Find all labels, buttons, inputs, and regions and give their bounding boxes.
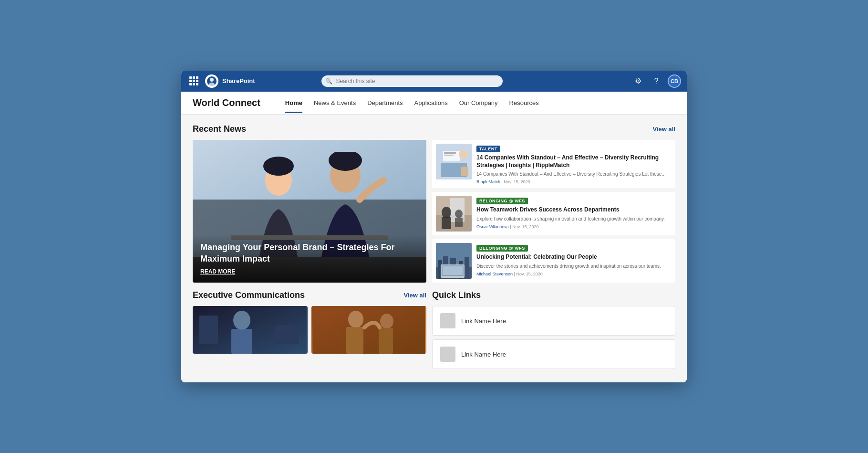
bottom-grid: Executive Communications View all: [193, 290, 675, 373]
quick-link-label-0: Link Name Here: [461, 317, 506, 325]
svg-rect-29: [465, 257, 469, 279]
news-card-0[interactable]: TALENT 14 Companies With Standout – And …: [432, 140, 675, 188]
news-tag-2: BELONGING @ WFS: [476, 245, 528, 252]
news-card-author-2[interactable]: Michael Stevenson: [476, 272, 513, 276]
news-image-unlock: [436, 243, 472, 279]
news-card-meta-2: Michael Stevenson | Nov. 15, 2020: [476, 272, 672, 276]
user-avatar[interactable]: CB: [668, 74, 681, 88]
news-card-excerpt-0: 14 Companies With Standout – And Effecti…: [476, 171, 672, 178]
side-news-list: TALENT 14 Companies With Standout – And …: [432, 140, 675, 283]
svg-rect-32: [443, 266, 463, 275]
nav-link-applications[interactable]: Applications: [409, 93, 454, 113]
nav-link-home[interactable]: Home: [279, 93, 308, 113]
exec-images: [193, 306, 426, 354]
nav-link-resources[interactable]: Resources: [504, 93, 545, 113]
quick-link-icon-0: [440, 313, 455, 328]
news-card-image-2: [436, 243, 472, 279]
svg-rect-13: [444, 155, 454, 156]
quick-link-item-1[interactable]: Link Name Here: [432, 339, 675, 369]
hero-title: Managing Your Personal Brand – Strategie…: [200, 242, 419, 264]
quick-links-header: Quick Links: [432, 290, 675, 300]
recent-news-view-all[interactable]: View all: [653, 126, 675, 133]
news-tag-0: TALENT: [476, 146, 500, 152]
nav-links: Home News & Events Departments Applicati…: [279, 93, 545, 113]
news-card-content-0: TALENT 14 Companies With Standout – And …: [476, 144, 672, 184]
news-card-meta-1: Oscar Villanueva | Nov. 15, 2020: [476, 224, 672, 229]
help-icon[interactable]: ?: [650, 74, 663, 88]
news-card-excerpt-2: Discover the stories and achievements dr…: [476, 263, 672, 270]
nav-item-apps[interactable]: Applications: [409, 93, 454, 113]
svg-rect-22: [455, 218, 463, 227]
top-bar-actions: ⚙ ? CB: [631, 74, 681, 88]
hero-read-more[interactable]: READ MORE: [200, 268, 419, 275]
news-card-content-2: BELONGING @ WFS Unlocking Potential: Cel…: [476, 243, 672, 279]
search-bar: 🔍: [321, 75, 503, 87]
nav-item-resources[interactable]: Resources: [504, 93, 545, 113]
news-card-content-1: BELONGING @ WFS How Teamwork Drives Succ…: [476, 196, 672, 232]
news-card-image-1: [436, 196, 472, 232]
main-content: Recent News View all: [181, 115, 687, 382]
logo-icon: [205, 74, 218, 88]
svg-point-2: [209, 83, 215, 86]
svg-rect-45: [313, 306, 425, 354]
search-icon: 🔍: [325, 78, 332, 84]
news-card-title-2: Unlocking Potential: Celebrating Our Peo…: [476, 253, 672, 261]
news-card-image-0: [436, 144, 472, 179]
nav-item-depts[interactable]: Departments: [362, 93, 408, 113]
svg-point-21: [455, 210, 463, 218]
exec-image-2: [311, 306, 426, 354]
nav-bar: World Connect Home News & Events Departm…: [181, 92, 687, 115]
news-grid: Managing Your Personal Brand – Strategie…: [193, 140, 675, 283]
nav-item-home[interactable]: Home: [279, 93, 308, 113]
news-card-title-1: How Teamwork Drives Success Across Depar…: [476, 206, 672, 214]
svg-rect-20: [442, 217, 451, 229]
svg-point-1: [210, 78, 214, 82]
nav-link-news[interactable]: News & Events: [308, 93, 362, 113]
quick-link-item-0[interactable]: Link Name Here: [432, 306, 675, 336]
quick-link-label-1: Link Name Here: [461, 351, 506, 358]
news-card-meta-0: RippleMatch | Nov. 15, 2020: [476, 179, 672, 184]
settings-icon[interactable]: ⚙: [631, 74, 645, 88]
news-card-author-0[interactable]: RippleMatch: [476, 179, 500, 184]
svg-rect-36: [231, 329, 252, 354]
exec-comms-section: Executive Communications View all: [193, 290, 426, 373]
logo-area: SharePoint: [205, 74, 255, 88]
svg-point-19: [442, 207, 451, 218]
search-input[interactable]: [321, 75, 503, 87]
exec-comms-view-all[interactable]: View all: [404, 292, 426, 299]
news-card-title-0: 14 Companies With Standout – And Effecti…: [476, 154, 672, 169]
sharepoint-label: SharePoint: [222, 77, 255, 84]
news-card-author-1[interactable]: Oscar Villanueva: [476, 224, 509, 229]
news-card-2[interactable]: BELONGING @ WFS Unlocking Potential: Cel…: [432, 239, 675, 283]
nav-item-news[interactable]: News & Events: [308, 93, 362, 113]
svg-point-14: [459, 149, 468, 159]
news-tag-1: BELONGING @ WFS: [476, 198, 528, 204]
news-card-1[interactable]: BELONGING @ WFS How Teamwork Drives Succ…: [432, 192, 675, 235]
svg-rect-38: [275, 325, 299, 344]
quick-links-section: Quick Links Link Name Here Link Name Her…: [432, 290, 675, 373]
svg-point-5: [263, 157, 294, 176]
browser-window: SharePoint 🔍 ⚙ ? CB World Connect Home N…: [181, 71, 687, 382]
svg-point-35: [233, 311, 250, 330]
nav-item-company[interactable]: Our Company: [454, 93, 504, 113]
recent-news-header: Recent News View all: [193, 124, 675, 134]
hero-news-card[interactable]: Managing Your Personal Brand – Strategie…: [193, 140, 426, 283]
recent-news-title: Recent News: [193, 124, 246, 134]
svg-rect-37: [199, 316, 218, 344]
nav-link-departments[interactable]: Departments: [362, 93, 408, 113]
exec-comms-header: Executive Communications View all: [193, 290, 426, 300]
svg-rect-12: [444, 152, 456, 154]
quick-link-icon-1: [440, 347, 455, 362]
news-image-talent: [436, 144, 472, 179]
top-bar: SharePoint 🔍 ⚙ ? CB: [181, 71, 687, 92]
nav-link-our-company[interactable]: Our Company: [454, 93, 504, 113]
site-title: World Connect: [193, 97, 260, 108]
exec-image-1: [193, 306, 308, 354]
grid-menu-icon[interactable]: [187, 74, 200, 88]
hero-overlay: Managing Your Personal Brand – Strategie…: [193, 234, 426, 283]
quick-links-title: Quick Links: [432, 290, 481, 300]
news-image-team: [436, 196, 472, 232]
svg-rect-15: [461, 167, 468, 176]
exec-comms-title: Executive Communications: [193, 290, 305, 300]
news-card-excerpt-1: Explore how collaboration is shaping inn…: [476, 216, 672, 222]
